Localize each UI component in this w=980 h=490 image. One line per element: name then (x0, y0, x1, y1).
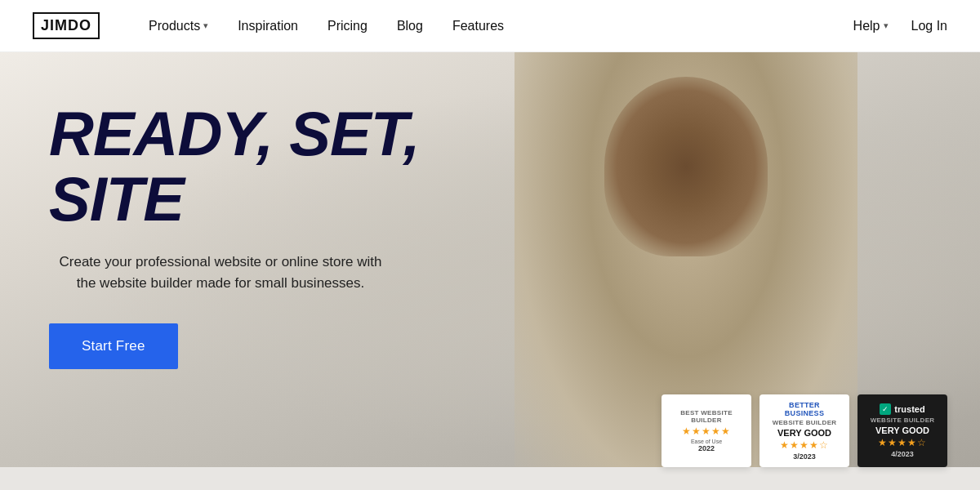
bottom-bar (0, 467, 980, 490)
nav-blog-label: Blog (397, 19, 423, 33)
trusted-check-icon: ✓ (880, 403, 891, 415)
badge-trusted-title: WEBSITE BUILDER (871, 416, 935, 424)
trust-badges: Best Website Builder ★★★★★ Ease of Use 2… (662, 394, 947, 467)
badge-bbb-year: 3/2023 (793, 452, 816, 461)
nav-help[interactable]: Help ▾ (853, 19, 889, 33)
badge-bbb-brand: better business (769, 401, 840, 417)
badge-bbb-stars: ★★★★☆ (780, 439, 829, 451)
login-button[interactable]: Log In (911, 19, 947, 33)
nav-right: Help ▾ Log In (853, 19, 947, 33)
badge-bbb-title: WEBSITE BUILDER (773, 419, 837, 426)
badge-capterra-stars: ★★★★★ (682, 425, 731, 437)
nav-inspiration-label: Inspiration (238, 19, 298, 33)
nav-features-label: Features (452, 19, 504, 33)
badge-capterra-year: 2022 (698, 444, 715, 452)
chevron-down-icon: ▾ (203, 20, 208, 31)
logo[interactable]: JIMDO (33, 12, 100, 39)
badge-capterra-desc: Ease of Use (691, 439, 722, 444)
hero-title: READY, SET, SITE (49, 101, 523, 232)
trusted-header: ✓ trusted (880, 403, 924, 415)
hero-section: READY, SET, SITE Create your professiona… (0, 52, 980, 490)
help-chevron-icon: ▾ (884, 20, 889, 31)
badge-trusted-stars: ★★★★☆ (878, 437, 927, 448)
hero-content: READY, SET, SITE Create your professiona… (49, 101, 523, 369)
nav-products[interactable]: Products ▾ (149, 19, 208, 33)
nav-features[interactable]: Features (452, 19, 504, 33)
nav-inspiration[interactable]: Inspiration (238, 19, 298, 33)
trusted-brand-label: trusted (894, 404, 924, 414)
nav-pricing-label: Pricing (327, 19, 368, 33)
nav-products-label: Products (149, 19, 200, 33)
start-free-button[interactable]: Start Free (49, 323, 178, 369)
badge-capterra: Best Website Builder ★★★★★ Ease of Use 2… (662, 394, 751, 467)
nav-blog[interactable]: Blog (397, 19, 423, 33)
badge-bbb: better business WEBSITE BUILDER VERY GOO… (760, 394, 849, 467)
badge-capterra-title: Best Website Builder (671, 409, 742, 424)
badge-bbb-quality: VERY GOOD (777, 428, 831, 438)
nav-pricing[interactable]: Pricing (327, 19, 368, 33)
navbar: JIMDO Products ▾ Inspiration Pricing Blo… (0, 0, 980, 52)
badge-trusted-quality: VERY GOOD (875, 425, 929, 435)
nav-links: Products ▾ Inspiration Pricing Blog Feat… (149, 19, 853, 33)
badge-trusted: ✓ trusted WEBSITE BUILDER VERY GOOD ★★★★… (858, 394, 947, 467)
badge-trusted-year: 4/2023 (891, 450, 914, 458)
nav-help-label: Help (853, 19, 880, 33)
hero-subtitle: Create your professional website or onli… (49, 252, 392, 295)
